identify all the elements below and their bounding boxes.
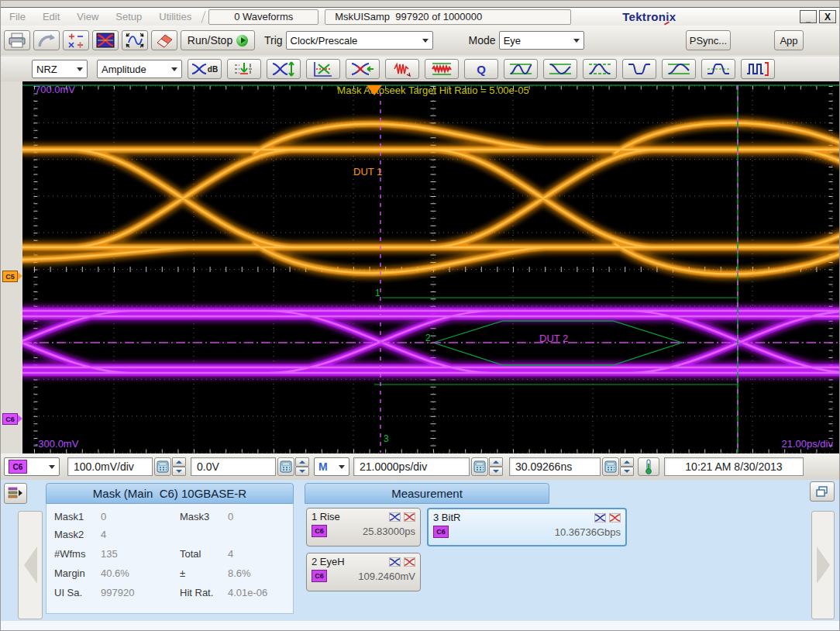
app-button[interactable]: App: [774, 30, 804, 50]
horizontal-scale-spinner[interactable]: [489, 457, 503, 476]
meas-category-select[interactable]: Amplitude: [97, 60, 182, 78]
spin-down-button[interactable]: [620, 467, 634, 476]
noise-pp-button[interactable]: [425, 59, 459, 79]
mask-value: 135: [101, 548, 118, 560]
panel-restore-button[interactable]: [810, 481, 835, 502]
measurement-name: 3 BitR: [433, 512, 460, 523]
measurement-card-bitr[interactable]: 3 BitR C6 10.36736Gbps: [427, 508, 627, 547]
close-button[interactable]: X: [819, 10, 836, 23]
vertical-offset-field[interactable]: 0.0V: [191, 457, 276, 476]
signal-type-value: NRZ: [36, 64, 57, 75]
crossing-icon: [312, 61, 334, 77]
signal-type-select[interactable]: NRZ: [32, 60, 88, 78]
channel-c6-badge[interactable]: C6: [2, 413, 18, 425]
mask-value: 40.6%: [101, 567, 129, 579]
trigger-source-select[interactable]: Clock/Prescale: [286, 31, 433, 50]
eye-blue-icon[interactable]: [389, 512, 401, 522]
spin-down-button[interactable]: [172, 467, 186, 476]
mode-select[interactable]: Eye: [499, 31, 584, 50]
vertical-scale-field[interactable]: 100.0mV/div: [67, 457, 153, 476]
chevron-down-icon: [339, 465, 345, 469]
clear-data-button[interactable]: [151, 30, 177, 50]
scroll-right-button[interactable]: [811, 511, 835, 619]
db-label: dB: [208, 65, 218, 74]
vertical-offset-keypad-button[interactable]: [277, 457, 294, 476]
menu-file[interactable]: File: [1, 11, 34, 22]
measurement-toolbar: NRZ Amplitude dB: [1, 57, 839, 81]
fall-time-icon: [549, 61, 572, 77]
vertical-scale-keypad-button[interactable]: [154, 457, 171, 476]
horizontal-position-field[interactable]: 30.09266ns: [509, 457, 601, 476]
spin-down-button[interactable]: [489, 467, 503, 476]
run-stop-button[interactable]: Run/Stop: [181, 30, 255, 50]
autoset-icon: [125, 32, 145, 49]
signal-amplitude-button[interactable]: [504, 59, 538, 79]
keypad-icon: [280, 460, 292, 473]
rise-time-button[interactable]: [662, 59, 696, 79]
spin-up-button[interactable]: [489, 457, 503, 467]
spin-up-button[interactable]: [295, 457, 309, 467]
jitter-pp-button[interactable]: [385, 59, 419, 79]
crossing-percent-button[interactable]: [306, 59, 340, 79]
scroll-left-button[interactable]: [18, 511, 43, 619]
main-toolbar: Run/Stop Trig Clock/Prescale Mode Eye PS…: [1, 26, 839, 55]
vertical-offset-spinner[interactable]: [295, 457, 309, 476]
horizontal-position-spinner[interactable]: [620, 457, 634, 476]
eye-red-icon[interactable]: [404, 512, 415, 522]
eye-red-icon[interactable]: [404, 557, 415, 567]
negative-width-button[interactable]: [622, 59, 656, 79]
eye-amplitude-button[interactable]: [583, 59, 617, 79]
eye-height-button[interactable]: [267, 59, 301, 79]
waveform-display[interactable]: 700.0mV Mask Autoseek Target Hit Ratio =…: [22, 81, 840, 453]
horizontal-position-keypad-button[interactable]: [602, 457, 619, 476]
burst-width-button[interactable]: [741, 59, 775, 79]
mask-value: 8.6%: [228, 567, 251, 579]
horizontal-scale-field[interactable]: 21.0000ps/div: [353, 457, 470, 476]
minimize-button[interactable]: _: [800, 10, 817, 23]
print-button[interactable]: [4, 30, 30, 50]
menu-edit[interactable]: Edit: [34, 11, 68, 22]
timebase-select[interactable]: M: [314, 457, 349, 476]
eye-blue-icon[interactable]: [389, 557, 401, 567]
chevron-down-icon: [77, 67, 83, 71]
spin-up-button[interactable]: [620, 457, 634, 467]
mask-label: Mask2: [54, 529, 84, 540]
ext-ratio-db-button[interactable]: dB: [188, 59, 222, 79]
measurement-card-rise[interactable]: 1 Rise C6 25.83000ps: [306, 508, 421, 547]
mask-row: Margin 40.6% ± 8.6%: [46, 567, 293, 581]
rise-time-icon: [667, 61, 690, 77]
temperature-button[interactable]: [638, 457, 659, 476]
export-report-button[interactable]: [33, 30, 60, 50]
vertical-scale-spinner[interactable]: [172, 457, 186, 476]
measurement-source-badge[interactable]: C6: [433, 526, 449, 538]
eye-red-icon[interactable]: [609, 513, 621, 522]
measurement-source-badge[interactable]: C6: [312, 525, 327, 537]
horizontal-scale-keypad-button[interactable]: [471, 457, 488, 476]
channel-select[interactable]: C6: [4, 457, 60, 476]
eye-blue-icon[interactable]: [594, 513, 606, 522]
trigger-position-marker[interactable]: [367, 85, 382, 95]
vertical-scale-bottom-label: -300.0mV: [35, 439, 78, 450]
q-factor-button[interactable]: Q: [464, 59, 498, 79]
mask-panel-header[interactable]: Mask (Main C6) 10GBASE-R: [46, 483, 294, 504]
positive-width-button[interactable]: [701, 59, 735, 79]
measurement-source-badge[interactable]: C6: [312, 570, 327, 582]
fall-time-button[interactable]: [543, 59, 577, 79]
run-stop-label: Run/Stop: [188, 34, 232, 47]
mask-test-button[interactable]: [92, 30, 119, 50]
psync-button[interactable]: PSync...: [686, 30, 731, 50]
panel-list-button[interactable]: [4, 483, 27, 504]
menu-utilities[interactable]: Utilities: [150, 11, 200, 22]
menu-setup[interactable]: Setup: [107, 11, 150, 22]
spin-down-button[interactable]: [295, 467, 309, 476]
eye-width-button[interactable]: [346, 59, 380, 79]
menu-view[interactable]: View: [68, 11, 107, 22]
optical-gain-button[interactable]: [227, 59, 261, 79]
measurement-card-eyeh[interactable]: 2 EyeH C6 109.2460mV: [306, 553, 421, 591]
math-button[interactable]: [63, 30, 89, 50]
channel-c5-badge[interactable]: C5: [2, 271, 18, 282]
spin-up-button[interactable]: [172, 457, 186, 467]
status-bar: C6 100.0mV/div 0.0V: [1, 453, 839, 480]
autoset-button[interactable]: [122, 30, 148, 50]
measurement-panel-header[interactable]: Measurement: [305, 483, 549, 504]
